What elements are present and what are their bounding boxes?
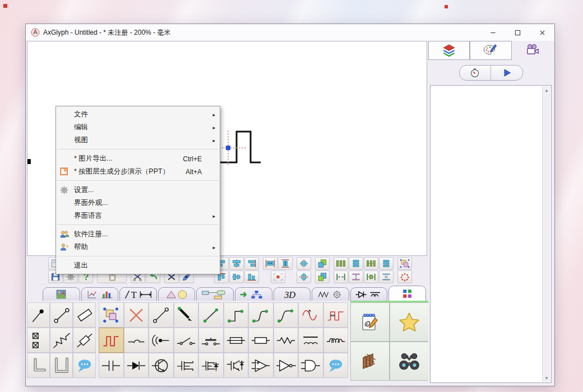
palette-tab-flow[interactable] <box>196 287 234 301</box>
sketchpad-cell[interactable] <box>350 302 390 342</box>
component-diagonal-cell[interactable] <box>73 328 96 353</box>
spread-h-button[interactable] <box>364 257 378 270</box>
timer-icon <box>470 68 480 78</box>
pulse-wave-cell[interactable] <box>323 302 349 328</box>
pulse-signal-cell[interactable] <box>99 328 124 353</box>
wire-jump-cell[interactable] <box>124 328 149 353</box>
palette-tab-shapes[interactable] <box>158 287 196 301</box>
group-objects-button[interactable] <box>397 257 412 270</box>
elbow-line-cell[interactable] <box>224 302 249 328</box>
menu-item-7[interactable]: 界面语言▸ <box>56 209 220 222</box>
spread-v-button[interactable] <box>379 257 394 270</box>
scrollbar[interactable]: ▲ ▼ <box>542 86 550 382</box>
line-green-cell[interactable] <box>198 302 224 328</box>
fit-height-button[interactable] <box>278 257 293 270</box>
push-button-cell[interactable] <box>198 328 224 353</box>
capacitor-cell[interactable] <box>99 353 124 378</box>
op-amp-cell[interactable] <box>248 353 274 378</box>
timer-button[interactable] <box>460 66 491 80</box>
binoculars-search-cell[interactable] <box>390 342 429 381</box>
menu-item-6[interactable]: 界面外观... <box>56 197 220 209</box>
movie-camera-tab[interactable] <box>512 41 553 60</box>
s-step-line-cell[interactable] <box>248 302 274 328</box>
scroll-up-icon[interactable]: ▲ <box>543 86 550 94</box>
menu-item-0[interactable]: 文件▸ <box>56 108 220 121</box>
inductor-core-cell[interactable] <box>298 328 323 353</box>
palette-tab-3d[interactable]: 3D <box>274 287 311 301</box>
menu-item-8[interactable]: 软件注册... <box>56 228 220 241</box>
align-right-button[interactable] <box>244 257 259 270</box>
and-gate-cell[interactable] <box>298 353 323 378</box>
titlebar[interactable]: AxGlyph - Untitled - * 未注册 - 200% - 毫米 <box>26 24 554 41</box>
palette-tab-elec[interactable] <box>350 287 388 301</box>
line-nodes-cell[interactable] <box>50 302 73 328</box>
palette-tab-mech[interactable] <box>312 287 349 301</box>
align-center-h-button[interactable] <box>229 257 244 270</box>
palette-tab-misc[interactable] <box>388 286 426 301</box>
star-favorite-cell[interactable] <box>390 302 429 342</box>
palette-tab-text[interactable]: T <box>119 287 157 301</box>
minimize-button[interactable] <box>480 24 505 41</box>
u-channel-cell[interactable] <box>50 353 73 378</box>
send-backward-button[interactable] <box>315 270 330 283</box>
layer-list[interactable]: ▲ ▼ <box>430 85 552 383</box>
palette-tab-tree[interactable] <box>235 287 272 301</box>
pin-node-cell[interactable] <box>27 302 50 328</box>
menu-item-10[interactable]: 退出 <box>56 259 220 272</box>
buffer-gate-cell[interactable] <box>274 353 299 378</box>
palette-brush-tab[interactable] <box>470 41 511 60</box>
play-button[interactable] <box>491 66 522 80</box>
terminal-pair-cell[interactable] <box>27 328 50 353</box>
switch-open-cell[interactable] <box>174 328 199 353</box>
rect-rotated-cell[interactable] <box>73 302 96 328</box>
resistor-zigzag-cell[interactable] <box>274 328 299 353</box>
transistor-bjt-cell[interactable] <box>149 353 174 378</box>
spread-v-icon <box>381 259 392 268</box>
align-bottom-button[interactable] <box>244 270 259 283</box>
select-objects-cell[interactable] <box>99 302 124 328</box>
pencil-draw-cell[interactable] <box>174 302 199 328</box>
menu-item-1[interactable]: 编辑▸ <box>56 121 220 134</box>
menu-item-2[interactable]: 视图▸ <box>56 134 220 147</box>
array-circular-button[interactable] <box>397 270 412 283</box>
menu-item-3[interactable]: * 图片导出...Ctrl+E <box>56 152 220 165</box>
menu-item-9[interactable]: ?帮助▸ <box>56 241 220 254</box>
distribute-v-button[interactable] <box>349 257 363 270</box>
inductor-coil-cell[interactable] <box>323 328 349 353</box>
layers-tab[interactable] <box>428 41 470 60</box>
fit-width-button[interactable] <box>263 257 277 270</box>
igbt-cell[interactable] <box>224 353 249 378</box>
mosfet-cell[interactable] <box>174 353 199 378</box>
menu-item-4[interactable]: * 按图层生成分步演示（PPT）Alt+A <box>56 165 220 178</box>
align-middle-v-button[interactable] <box>229 270 244 283</box>
space-h2-button[interactable] <box>364 270 378 283</box>
space-v2-button[interactable] <box>379 270 394 283</box>
mosfet-diode-cell[interactable] <box>198 353 224 378</box>
space-h-button[interactable] <box>334 270 348 283</box>
line-segment-cell[interactable] <box>149 302 174 328</box>
bring-forward-button[interactable] <box>315 257 330 270</box>
maximize-button[interactable] <box>505 24 530 41</box>
comment-bubble-cell[interactable] <box>323 353 349 378</box>
center-in-page-button[interactable] <box>271 270 285 283</box>
flip-vertical-button[interactable] <box>297 270 311 283</box>
resistor-box-cell[interactable] <box>248 328 274 353</box>
step-shape-cell[interactable] <box>27 353 50 378</box>
comment-bubble-cell[interactable] <box>73 353 96 378</box>
menu-item-5[interactable]: 设置... <box>56 184 220 197</box>
s-curve-cell[interactable] <box>274 302 299 328</box>
delete-cross-cell[interactable] <box>124 302 149 328</box>
scroll-down-icon[interactable]: ▼ <box>543 374 550 382</box>
palette-tab-image[interactable] <box>43 287 80 301</box>
sine-wave-cell[interactable] <box>298 302 323 328</box>
space-v-button[interactable] <box>349 270 363 283</box>
close-button[interactable] <box>530 24 554 41</box>
diode-cell[interactable] <box>124 353 149 378</box>
resistor-diagonal-cell[interactable] <box>50 328 73 353</box>
palette-tab-charts[interactable] <box>81 287 119 301</box>
distribute-h-button[interactable] <box>334 257 348 270</box>
flip-horizontal-button[interactable] <box>297 257 311 270</box>
fuse-cell[interactable] <box>224 328 249 353</box>
buzzer-cell[interactable] <box>149 328 174 353</box>
books-library-cell[interactable] <box>350 342 390 381</box>
